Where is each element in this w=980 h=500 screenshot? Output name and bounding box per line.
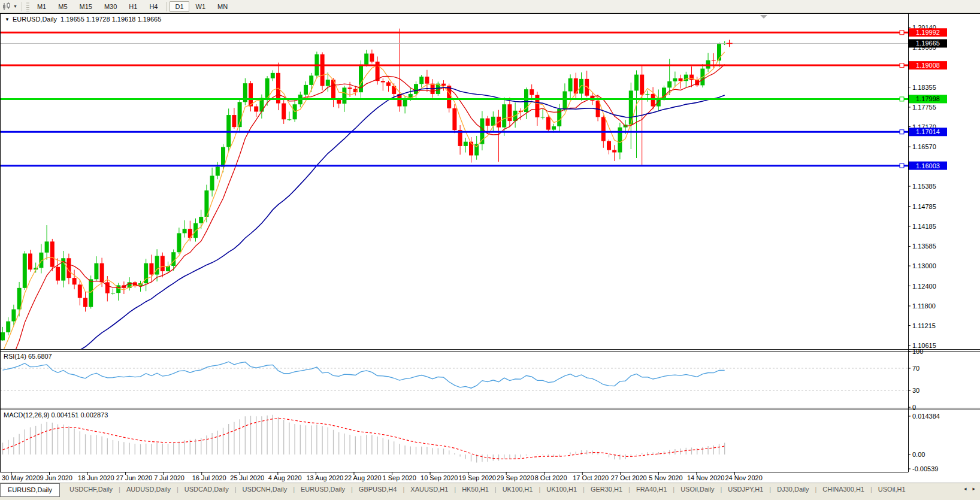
level-price-badge: 1.19008 [909, 61, 947, 69]
chart-tab-eurusd-daily[interactable]: EURUSD,Daily [295, 484, 351, 495]
svg-text:22 Aug 2020: 22 Aug 2020 [344, 474, 382, 481]
svg-text:24 Nov 2020: 24 Nov 2020 [725, 474, 762, 481]
ohlc-open: 1.19655 [61, 16, 84, 23]
time-axis: 30 May 20209 Jun 202018 Jun 202027 Jun 2… [2, 472, 763, 481]
level-price-badge: 1.17998 [909, 95, 947, 103]
svg-text:13 Aug 2020: 13 Aug 2020 [306, 474, 343, 481]
ohlc-close: 1.19665 [138, 16, 162, 23]
svg-text:1.13000: 1.13000 [912, 262, 936, 269]
svg-text:4 Aug 2020: 4 Aug 2020 [268, 474, 302, 481]
svg-text:-0.00539: -0.00539 [912, 465, 938, 472]
macd-signal-line [3, 419, 725, 459]
svg-text:5 Nov 2020: 5 Nov 2020 [649, 474, 682, 481]
svg-text:8 Oct 2020: 8 Oct 2020 [535, 474, 567, 481]
pane-main [1, 29, 727, 372]
chart-shift-marker-icon [760, 15, 767, 19]
svg-text:1.13585: 1.13585 [912, 243, 936, 250]
chart-tab-usdchf-daily[interactable]: USDCHF,Daily [63, 484, 119, 495]
svg-text:1.17998: 1.17998 [916, 95, 940, 102]
last-price-cross-icon [727, 40, 733, 47]
svg-text:1.16570: 1.16570 [912, 143, 936, 150]
svg-text:9 Jun 2020: 9 Jun 2020 [40, 474, 72, 481]
svg-text:1.19665: 1.19665 [916, 40, 940, 47]
ohlc-high: 1.19728 [86, 16, 110, 23]
chart-tab-hk50-h1[interactable]: HK50,H1 [456, 484, 495, 495]
indicator-axes: 100703000.0143840.00-0.00539 [908, 348, 940, 472]
svg-text:10 Sep 2020: 10 Sep 2020 [421, 474, 458, 481]
chart-tab-dj30-daily[interactable]: DJ30,Daily [771, 484, 815, 495]
current-price-badge: 1.19665 [909, 39, 947, 47]
chart-tab-bar: EURUSD,DailyUSDCHF,Daily|AUDUSD,Daily|US… [0, 483, 980, 500]
level-price-badge: 1.17014 [909, 128, 947, 136]
svg-text:70: 70 [912, 365, 919, 372]
svg-text:1.19008: 1.19008 [916, 62, 940, 69]
chart-tab-uk100-h1[interactable]: UK100,H1 [497, 484, 539, 495]
chart-tab-uk100-h1[interactable]: UK100,H1 [540, 484, 583, 495]
ohlc-low: 1.19618 [112, 16, 136, 23]
trading-terminal-window: { "toolbar": { "chart_type_icon": "candl… [0, 0, 980, 500]
svg-text:17 Oct 2020: 17 Oct 2020 [573, 474, 609, 481]
chart-tab-usdcnh-daily[interactable]: USDCNH,Daily [237, 484, 294, 495]
svg-text:1.17014: 1.17014 [916, 128, 940, 135]
chart-tab-ger30-h1[interactable]: GER30,H1 [585, 484, 628, 495]
svg-text:1.14785: 1.14785 [912, 203, 936, 210]
chart-title[interactable]: ▼EURUSD,Daily 1.19655 1.19728 1.19618 1.… [5, 16, 161, 23]
svg-text:1.11215: 1.11215 [912, 322, 936, 329]
svg-text:25 Jul 2020: 25 Jul 2020 [230, 474, 264, 481]
svg-text:14 Nov 2020: 14 Nov 2020 [687, 474, 724, 481]
level-price-badge: 1.19992 [909, 28, 947, 37]
chart-menu-caret-icon[interactable]: ▼ [5, 17, 10, 22]
rsi-line [3, 362, 725, 388]
rsi-indicator-label: RSI(14) 65.6807 [4, 353, 52, 360]
chart-tab-xauusd-h1[interactable]: XAUUSD,H1 [404, 484, 454, 495]
svg-text:18 Jun 2020: 18 Jun 2020 [78, 474, 114, 481]
svg-text:16 Jul 2020: 16 Jul 2020 [192, 474, 226, 481]
price-chart-canvas[interactable]: 1.201401.195551.189551.183551.177551.171… [0, 0, 980, 483]
price-axis: 1.201401.195551.189551.183551.177551.171… [900, 24, 947, 349]
svg-text:1.16003: 1.16003 [916, 162, 940, 169]
svg-text:1.17755: 1.17755 [912, 104, 936, 111]
svg-text:1.15385: 1.15385 [912, 183, 936, 190]
chart-tab-audusd-daily[interactable]: AUDUSD,Daily [120, 484, 177, 495]
chart-symbol: EURUSD,Daily [13, 16, 57, 23]
chart-tab-usoil-h1[interactable]: USOil,H1 [872, 484, 912, 495]
svg-text:1.11800: 1.11800 [912, 302, 936, 310]
level-marker [900, 130, 904, 134]
chart-tab-eurusd-daily[interactable]: EURUSD,Daily [0, 483, 60, 497]
chart-tab-usoil-daily[interactable]: USOil,Daily [674, 484, 720, 495]
level-marker [900, 63, 904, 68]
svg-text:19 Sep 2020: 19 Sep 2020 [459, 474, 496, 481]
svg-text:30 May 2020: 30 May 2020 [2, 474, 40, 481]
level-marker [900, 163, 904, 168]
candles-layer [1, 29, 727, 341]
svg-text:1.18355: 1.18355 [912, 84, 936, 91]
svg-text:1.19992: 1.19992 [916, 29, 940, 36]
svg-text:1 Sep 2020: 1 Sep 2020 [383, 474, 416, 481]
svg-text:27 Oct 2020: 27 Oct 2020 [611, 474, 647, 481]
svg-text:30: 30 [912, 387, 919, 394]
chart-tab-usdcad-daily[interactable]: USDCAD,Daily [179, 484, 235, 495]
level-marker [900, 31, 904, 35]
chart-tab-gbpusd-h4[interactable]: GBPUSD,H4 [353, 484, 403, 495]
svg-text:0: 0 [912, 404, 916, 411]
chart-frame [0, 14, 980, 472]
chart-tab-usdjpy-h1[interactable]: USDJPY,H1 [722, 484, 769, 495]
level-price-badge: 1.16003 [909, 162, 947, 170]
svg-text:100: 100 [912, 348, 923, 355]
svg-text:7 Jul 2020: 7 Jul 2020 [154, 474, 184, 481]
chart-tab-fra40-h1[interactable]: FRA40,H1 [630, 484, 673, 495]
svg-text:1.12400: 1.12400 [912, 283, 936, 290]
svg-text:29 Sep 2020: 29 Sep 2020 [497, 474, 534, 481]
macd-indicator-label: MACD(12,26,9) 0.004151 0.002873 [4, 411, 108, 419]
tab-scroll-right-icon[interactable]: ▸ [972, 486, 975, 492]
svg-text:1.14185: 1.14185 [912, 223, 936, 230]
chart-tab-china300-h1[interactable]: CHINA300,H1 [816, 484, 870, 495]
svg-text:27 Jun 2020: 27 Jun 2020 [116, 474, 153, 481]
tab-scroll-left-icon[interactable]: ◂ [964, 486, 967, 492]
pane-rsi [0, 362, 908, 390]
svg-text:0.00: 0.00 [912, 451, 925, 458]
level-marker [900, 97, 904, 101]
ma-line-4 [3, 52, 725, 352]
pane-macd [3, 415, 725, 463]
svg-text:0.014384: 0.014384 [912, 413, 940, 420]
